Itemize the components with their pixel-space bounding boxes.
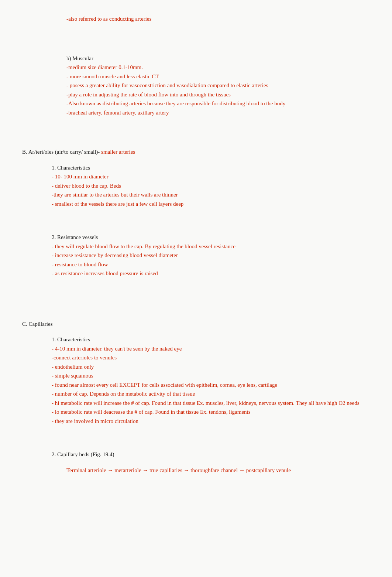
section-C-sub1-line-1: - 4-10 mm in diameter, they can't be see… [52,345,370,353]
section-B-sub1-line-2: - deliver blood to the cap. Beds [52,182,370,190]
section-B-header: B. Ar/teri/oles (air/to carry/ small)- s… [22,148,370,156]
muscular-line-2: - more smooth muscle and less elastic CT [66,72,370,81]
muscular-header: b) Muscular [66,54,370,63]
section-B-sub2-line-4: - as resistance increases blood pressure… [52,269,370,278]
section-B-sub1-label: 1. Characteristics [52,164,370,172]
section-B-sub1-line-3: -they are similar to the arteries but th… [52,191,370,199]
section-B-sub2: 2. Resistance vessels - they will regula… [52,233,370,278]
section-B-sub1-line-4: - smallest of the vessels there are just… [52,200,370,208]
section-C-sub1-line-2: -connect arterioles to venules [52,354,370,362]
section-C-sub1-line-6: - number of cap. Depends on the metaboli… [52,390,370,398]
section-B-sub1: 1. Characteristics - 10- 100 mm in diame… [52,164,370,208]
section-B-sub2-line-2: - increase resistance by decreasing bloo… [52,251,370,260]
muscular-line-1: -medium size diameter 0.1-10mm. [66,63,370,72]
muscular-line-6: -bracheal artery, femoral artery, axilla… [66,109,370,117]
section-C-sub2: 2. Capillary beds (Fig. 19.4) Terminal a… [52,450,370,474]
section-C-sub2-label: 2. Capillary beds (Fig. 19.4) [52,450,370,459]
section-C-sub1-line-5: - found near almost every cell EXCEPT fo… [52,381,370,389]
section-C-sub1-line-3: - endothelium only [52,363,370,371]
section-C-sub1-line-7: - hi metabolic rate will increase the # … [52,399,370,407]
section-C-sub2-flow: Terminal arteriole → metarteriole → true… [66,466,370,475]
page-content: -also referred to as conducting arteries… [22,15,370,474]
muscular-line-3: - posess a greater ability for vasoconst… [66,81,370,90]
section-B-header-black: B. Ar/teri/oles (air/to carry/ small)- [22,149,100,155]
section-C-sub1-line-4: - simple squamous [52,372,370,380]
section-C-header: C. Capillaries [22,320,370,328]
section-B-header-red: smaller arteries [100,149,135,155]
muscular-line-5: -Also known as distributing arteries bec… [66,99,370,108]
section-C-sub1: 1. Characteristics - 4-10 mm in diameter… [52,335,370,425]
section-C-sub1-label: 1. Characteristics [52,335,370,344]
section-B-sub2-line-3: - resistance to blood flow [52,260,370,269]
section-a-end: -also referred to as conducting arteries [66,15,370,23]
section-B-sub1-line-1: - 10- 100 mm in diameter [52,173,370,181]
capillary-flow: Terminal arteriole → metarteriole → true… [66,466,370,475]
section-B-sub2-label: 2. Resistance vessels [52,233,370,242]
section-B: B. Ar/teri/oles (air/to carry/ small)- s… [22,148,370,278]
section-b-muscular: b) Muscular -medium size diameter 0.1-10… [66,54,370,117]
section-B-sub2-line-1: - they will regulate blood flow to the c… [52,242,370,251]
a-end-line1: -also referred to as conducting arteries [66,15,370,23]
section-C-sub1-line-9: - they are involved in micro circulation [52,417,370,426]
muscular-line-4: -play a role in adjusting the rate of bl… [66,91,370,99]
section-C: C. Capillaries 1. Characteristics - 4-10… [22,320,370,475]
section-C-sub1-line-8: - lo metabolic rate will deacrease the #… [52,408,370,416]
